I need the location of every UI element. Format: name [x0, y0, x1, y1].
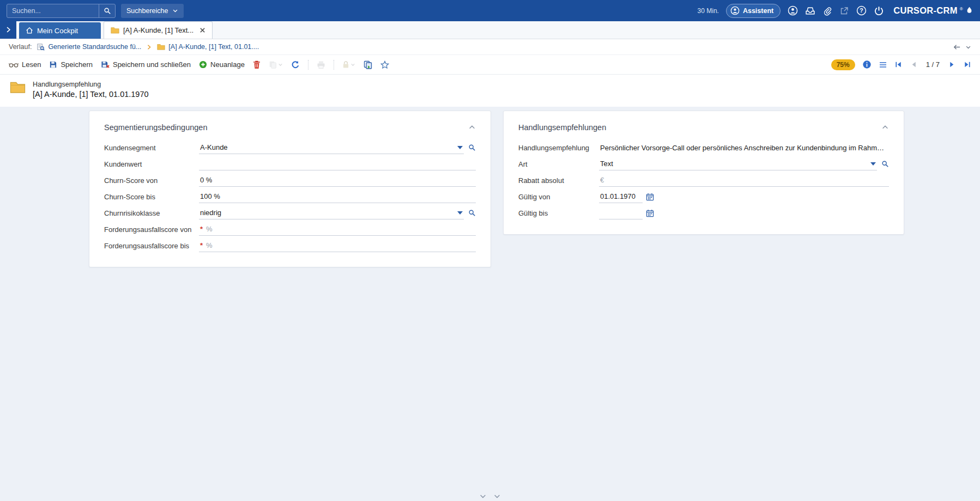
- folder-icon: [157, 44, 165, 50]
- handlungsempfehlung-field[interactable]: Persönlicher Vorsorge-Call oder persönli…: [599, 141, 889, 154]
- history-dropdown-button[interactable]: [965, 44, 971, 50]
- rabatt-absolut-field[interactable]: €: [599, 174, 889, 187]
- folder-icon: [111, 27, 119, 34]
- calendar-button[interactable]: [646, 193, 654, 201]
- search-areas-label: Suchbereiche: [126, 7, 168, 15]
- field-label: Churnrisikoklasse: [104, 209, 199, 217]
- field-row: Forderungsausfallscore bis * %: [104, 237, 476, 254]
- field-placeholder: %: [206, 241, 213, 249]
- tabbar: Mein Cockpit [A] A-Kunde, [1] Text...: [0, 21, 980, 39]
- lock-icon: [342, 60, 349, 69]
- help-button[interactable]: ?: [856, 5, 867, 16]
- tab-record[interactable]: [A] A-Kunde, [1] Text...: [104, 21, 213, 39]
- close-icon: [199, 27, 205, 33]
- tab-mein-cockpit[interactable]: Mein Cockpit: [19, 22, 101, 39]
- chevron-up-icon: [468, 124, 476, 131]
- refresh-icon: [291, 60, 300, 69]
- zoom-level-badge[interactable]: 75%: [831, 59, 855, 70]
- menu-button[interactable]: [879, 60, 887, 69]
- saved-search-icon: [37, 43, 45, 51]
- collapse-section-button[interactable]: [468, 124, 476, 131]
- chevron-up-icon: [881, 124, 889, 131]
- churn-score-bis-field[interactable]: 100 %: [199, 190, 476, 203]
- dropdown-icon[interactable]: [457, 211, 463, 215]
- history-breadcrumb: Verlauf: Generierte Standardsuche fü... …: [0, 39, 980, 55]
- sidebar-expand-button[interactable]: [0, 21, 16, 39]
- required-marker: *: [200, 241, 203, 249]
- lock-button[interactable]: [342, 60, 355, 69]
- art-field[interactable]: Text: [599, 157, 877, 170]
- expand-bottom-panel-button[interactable]: [493, 492, 501, 500]
- dropdown-icon[interactable]: [870, 162, 876, 166]
- bottom-panel-controls: [0, 492, 980, 500]
- field-row: Churnrisikoklasse niedrig: [104, 205, 476, 221]
- info-button[interactable]: [862, 60, 872, 69]
- account-button[interactable]: [788, 5, 798, 16]
- print-button[interactable]: [317, 60, 325, 69]
- field-label: Churn-Score von: [104, 176, 199, 185]
- user-circle-icon: [788, 5, 798, 16]
- copy-with-reference-button[interactable]: [364, 60, 372, 69]
- first-page-button[interactable]: [894, 60, 903, 69]
- trash-icon: [253, 60, 261, 69]
- breadcrumb-item-label: [A] A-Kunde, [1] Text, 01.01....: [168, 43, 259, 51]
- history-back-button[interactable]: [953, 43, 961, 51]
- next-page-button[interactable]: [948, 60, 956, 69]
- field-row: Kundensegment A-Kunde: [104, 139, 476, 156]
- lookup-search-button[interactable]: [881, 160, 889, 168]
- calendar-button[interactable]: [646, 209, 654, 217]
- search-icon: [104, 7, 111, 15]
- logout-button[interactable]: [874, 5, 884, 16]
- forderungsausfallscore-bis-field[interactable]: * %: [199, 239, 476, 252]
- search-areas-button[interactable]: Suchbereiche: [121, 4, 184, 18]
- next-page-icon: [948, 60, 956, 69]
- search-button[interactable]: [99, 4, 115, 17]
- collapse-section-button[interactable]: [881, 124, 889, 131]
- lookup-search-button[interactable]: [468, 144, 476, 151]
- kundensegment-field[interactable]: A-Kunde: [199, 141, 464, 154]
- search-input[interactable]: [7, 7, 99, 15]
- dropdown-icon[interactable]: [457, 146, 463, 149]
- kundenwert-field[interactable]: [199, 157, 476, 170]
- expand-bottom-panel-button[interactable]: [479, 492, 487, 500]
- save-and-close-button[interactable]: Speichern und schließen: [101, 60, 191, 69]
- field-row: Churn-Score bis 100 %: [104, 188, 476, 205]
- duplicate-button[interactable]: [269, 60, 283, 69]
- page-indicator: 1 / 7: [926, 60, 940, 69]
- last-page-button[interactable]: [963, 60, 971, 69]
- forderungsausfallscore-von-field[interactable]: * %: [199, 223, 476, 236]
- inbox-button[interactable]: [805, 5, 815, 16]
- field-row: Art Text: [518, 156, 889, 172]
- field-label: Handlungsempfehlung: [518, 144, 599, 152]
- gueltig-bis-field[interactable]: [599, 206, 643, 219]
- read-mode-button[interactable]: Lesen: [9, 60, 41, 69]
- section-handlungsempfehlungen: Handlungsempfehlungen Handlungsempfehlun…: [503, 111, 904, 235]
- assistant-button[interactable]: Assistent: [726, 4, 781, 18]
- external-link-button[interactable]: [839, 6, 849, 16]
- record-type: Handlungsempfehlung: [33, 81, 149, 88]
- chevron-down-icon: [172, 8, 178, 14]
- brand-mark: ®: [960, 7, 963, 11]
- paperclip-icon: [822, 6, 832, 16]
- previous-page-button[interactable]: [910, 60, 918, 69]
- churnrisikoklasse-field[interactable]: niedrig: [199, 206, 464, 219]
- new-record-button[interactable]: Neuanlage: [199, 60, 245, 69]
- link-button[interactable]: [822, 6, 832, 16]
- lookup-search-icon: [468, 144, 476, 151]
- refresh-button[interactable]: [291, 60, 300, 69]
- lookup-search-icon: [468, 209, 476, 217]
- assistant-label: Assistent: [743, 7, 773, 15]
- field-label: Rabatt absolut: [518, 176, 599, 185]
- tab-label: Mein Cockpit: [37, 27, 78, 35]
- inbox-tray-icon: [805, 5, 815, 16]
- field-row: Handlungsempfehlung Persönlicher Vorsorg…: [518, 139, 889, 156]
- gueltig-von-field[interactable]: 01.01.1970: [599, 190, 643, 203]
- lookup-search-button[interactable]: [468, 209, 476, 217]
- favorite-button[interactable]: [380, 60, 389, 69]
- breadcrumb-item-search[interactable]: Generierte Standardsuche fü...: [37, 43, 141, 51]
- tab-close-button[interactable]: [199, 27, 205, 33]
- breadcrumb-item-record[interactable]: [A] A-Kunde, [1] Text, 01.01....: [157, 43, 259, 51]
- delete-button[interactable]: [253, 60, 261, 69]
- churn-score-von-field[interactable]: 0 %: [199, 174, 476, 187]
- save-button[interactable]: Speichern: [49, 60, 93, 69]
